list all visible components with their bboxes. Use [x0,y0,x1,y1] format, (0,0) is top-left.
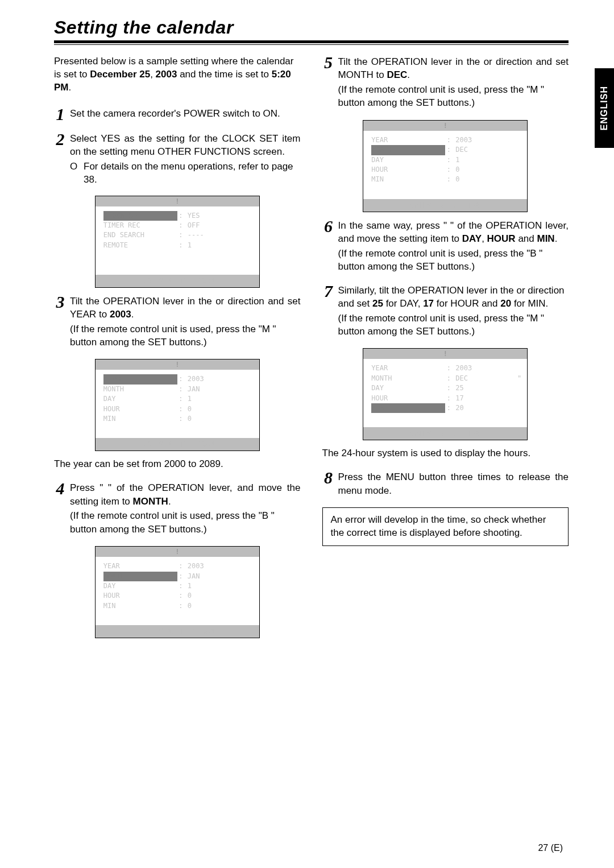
step-4: 4 Press " " of the OPERATION lever, and … [54,481,301,537]
step-number: 2 [54,131,67,187]
step-text: (If the remote control unit is used, pre… [70,323,301,349]
step-number: 8 [322,469,335,498]
step-3-note: The year can be set from 2000 to 2089. [54,458,301,471]
divider-thin [54,44,569,45]
step-text: Press " " of the OPERATION lever, and mo… [70,481,301,508]
step-text: Select YES as the setting for the CLOCK … [70,132,301,159]
step-text: Tilt the OPERATION lever in the or direc… [338,55,569,82]
page-title: Setting the calendar [54,17,569,38]
step-text: (If the remote control unit is used, pre… [338,312,569,338]
step-number: 1 [54,106,67,123]
warning-box: An error will develop in the time, so ch… [322,507,569,546]
language-tab: ENGLISH [595,68,614,148]
step-text: (If the remote control unit is used, pre… [338,247,569,274]
menu-screen-7: ! YEAR:2003 MONTH:DEC" DAY:25 HOUR:17 MI… [322,348,569,440]
menu-screen-3: ! YEAR:2003 MONTH:JAN DAY:1 HOUR:0 MIN:0… [54,359,301,451]
step-7-note: The 24-hour system is used to display th… [322,447,569,460]
step-text: Set the camera recorder's POWER switch t… [70,107,301,120]
step-2: 2 Select YES as the setting for the CLOC… [54,132,301,187]
step-text: (If the remote control unit is used, pre… [70,509,301,536]
step-8: 8 Press the MENU button three times to r… [322,470,569,498]
divider-thick [54,40,569,43]
left-column: Presented below is a sample setting wher… [54,55,301,645]
right-column: 5 Tilt the OPERATION lever in the or dir… [322,55,569,645]
step-text: (If the remote control unit is used, pre… [338,83,569,110]
step-6: 6 In the same way, press " " of the OPER… [322,219,569,275]
step-bullet: O For details on the menu operations, re… [70,160,301,187]
menu-screen-4: ! YEAR:2003 MONTH:JAN DAY:1 HOUR:0 MIN:0… [54,546,301,638]
step-number: 5 [322,54,335,111]
step-number: 7 [322,283,335,340]
step-text: Press the MENU button three times to rel… [338,470,569,497]
menu-screen-2: ! CLOCK SET:YES TIMER REC:OFF END SEARCH… [54,196,301,288]
step-number: 4 [54,480,67,537]
step-text: In the same way, press " " of the OPERAT… [338,219,569,246]
step-1: 1 Set the camera recorder's POWER switch… [54,107,301,123]
language-tab-label: ENGLISH [599,86,609,130]
step-5: 5 Tilt the OPERATION lever in the or dir… [322,55,569,111]
step-number: 6 [322,218,335,275]
page-number: 27 (E) [538,843,563,853]
step-text: Tilt the OPERATION lever in the or direc… [70,295,301,321]
step-text: Similarly, tilt the OPERATION lever in t… [338,284,569,311]
step-7: 7 Similarly, tilt the OPERATION lever in… [322,284,569,340]
step-number: 3 [54,294,67,350]
step-3: 3 Tilt the OPERATION lever in the or dir… [54,295,301,350]
menu-screen-5: ! YEAR:2003 MONTH:DEC DAY:1 HOUR:0 MIN:0… [322,120,569,212]
intro-text: Presented below is a sample setting wher… [54,55,301,94]
